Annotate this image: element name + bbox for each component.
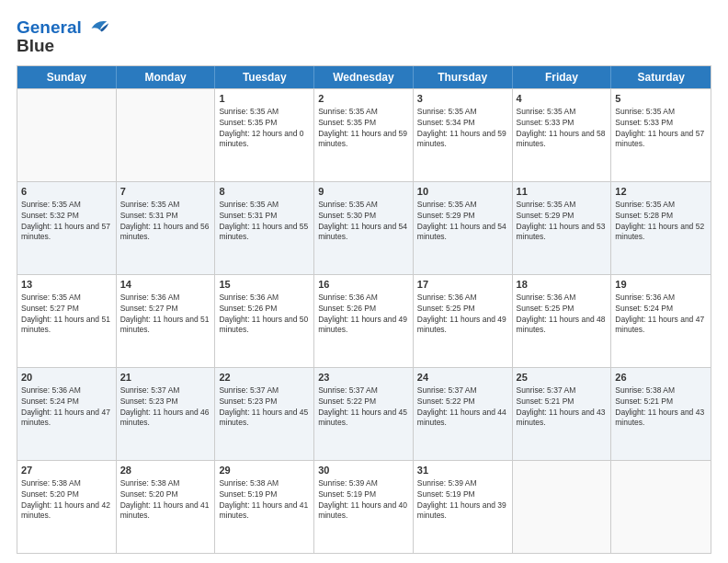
calendar-cell: 11Sunrise: 5:35 AMSunset: 5:29 PMDayligh… <box>513 182 612 274</box>
cell-info: Sunrise: 5:35 AMSunset: 5:30 PMDaylight:… <box>318 200 409 244</box>
calendar-cell: 10Sunrise: 5:35 AMSunset: 5:29 PMDayligh… <box>414 182 513 274</box>
day-number: 3 <box>417 92 508 106</box>
cell-info: Sunrise: 5:36 AMSunset: 5:24 PMDaylight:… <box>615 293 707 337</box>
cell-info: Sunrise: 5:36 AMSunset: 5:27 PMDaylight:… <box>120 293 211 337</box>
cell-info: Sunrise: 5:39 AMSunset: 5:19 PMDaylight:… <box>417 478 508 523</box>
calendar-cell: 18Sunrise: 5:36 AMSunset: 5:25 PMDayligh… <box>513 275 612 367</box>
day-number: 7 <box>120 185 211 199</box>
calendar-cell: 12Sunrise: 5:35 AMSunset: 5:28 PMDayligh… <box>611 182 711 274</box>
day-number: 17 <box>417 278 508 292</box>
cell-info: Sunrise: 5:35 AMSunset: 5:29 PMDaylight:… <box>417 200 508 244</box>
cell-info: Sunrise: 5:38 AMSunset: 5:19 PMDaylight:… <box>219 478 310 523</box>
cell-info: Sunrise: 5:35 AMSunset: 5:35 PMDaylight:… <box>318 107 409 151</box>
calendar-cell: 8Sunrise: 5:35 AMSunset: 5:31 PMDaylight… <box>215 182 314 274</box>
calendar-cell <box>17 89 117 181</box>
day-number: 20 <box>21 371 112 385</box>
calendar-header-tuesday: Tuesday <box>215 66 314 88</box>
day-number: 31 <box>417 464 508 477</box>
calendar-cell: 16Sunrise: 5:36 AMSunset: 5:26 PMDayligh… <box>314 275 414 367</box>
calendar-cell: 28Sunrise: 5:38 AMSunset: 5:20 PMDayligh… <box>117 461 216 553</box>
calendar-week-4: 20Sunrise: 5:36 AMSunset: 5:24 PMDayligh… <box>17 367 711 460</box>
calendar-cell: 3Sunrise: 5:35 AMSunset: 5:34 PMDaylight… <box>414 89 513 181</box>
day-number: 14 <box>120 278 211 292</box>
calendar-week-5: 27Sunrise: 5:38 AMSunset: 5:20 PMDayligh… <box>17 460 711 553</box>
day-number: 26 <box>615 371 707 385</box>
day-number: 19 <box>615 278 707 292</box>
day-number: 18 <box>517 278 608 292</box>
calendar: SundayMondayTuesdayWednesdayThursdayFrid… <box>17 65 711 554</box>
day-number: 2 <box>318 92 409 106</box>
day-number: 27 <box>21 464 112 477</box>
calendar-cell: 23Sunrise: 5:37 AMSunset: 5:22 PMDayligh… <box>314 368 414 460</box>
cell-info: Sunrise: 5:35 AMSunset: 5:31 PMDaylight:… <box>219 200 310 244</box>
cell-info: Sunrise: 5:38 AMSunset: 5:21 PMDaylight:… <box>615 385 707 430</box>
cell-info: Sunrise: 5:38 AMSunset: 5:20 PMDaylight:… <box>21 478 112 523</box>
cell-info: Sunrise: 5:35 AMSunset: 5:27 PMDaylight:… <box>21 293 112 337</box>
calendar-cell: 14Sunrise: 5:36 AMSunset: 5:27 PMDayligh… <box>117 275 216 367</box>
cell-info: Sunrise: 5:36 AMSunset: 5:25 PMDaylight:… <box>517 293 608 337</box>
calendar-cell: 6Sunrise: 5:35 AMSunset: 5:32 PMDaylight… <box>17 182 117 274</box>
calendar-cell: 25Sunrise: 5:37 AMSunset: 5:21 PMDayligh… <box>513 368 612 460</box>
cell-info: Sunrise: 5:36 AMSunset: 5:25 PMDaylight:… <box>417 293 508 337</box>
calendar-cell: 4Sunrise: 5:35 AMSunset: 5:33 PMDaylight… <box>513 89 612 181</box>
day-number: 6 <box>21 185 112 199</box>
calendar-header: SundayMondayTuesdayWednesdayThursdayFrid… <box>17 66 711 88</box>
calendar-cell: 7Sunrise: 5:35 AMSunset: 5:31 PMDaylight… <box>117 182 216 274</box>
cell-info: Sunrise: 5:35 AMSunset: 5:33 PMDaylight:… <box>615 107 707 151</box>
calendar-header-sunday: Sunday <box>17 66 117 88</box>
calendar-cell: 30Sunrise: 5:39 AMSunset: 5:19 PMDayligh… <box>314 461 414 553</box>
day-number: 21 <box>120 371 211 385</box>
day-number: 24 <box>417 371 508 385</box>
day-number: 25 <box>517 371 608 385</box>
day-number: 1 <box>219 92 310 106</box>
calendar-header-thursday: Thursday <box>414 66 513 88</box>
cell-info: Sunrise: 5:38 AMSunset: 5:20 PMDaylight:… <box>120 478 211 523</box>
calendar-cell: 29Sunrise: 5:38 AMSunset: 5:19 PMDayligh… <box>215 461 314 553</box>
calendar-cell: 31Sunrise: 5:39 AMSunset: 5:19 PMDayligh… <box>414 461 513 553</box>
calendar-cell: 15Sunrise: 5:36 AMSunset: 5:26 PMDayligh… <box>215 275 314 367</box>
cell-info: Sunrise: 5:36 AMSunset: 5:24 PMDaylight:… <box>21 385 112 430</box>
day-number: 12 <box>615 185 707 199</box>
cell-info: Sunrise: 5:35 AMSunset: 5:32 PMDaylight:… <box>21 200 112 244</box>
calendar-cell: 2Sunrise: 5:35 AMSunset: 5:35 PMDaylight… <box>314 89 414 181</box>
logo-general: General <box>17 18 82 38</box>
calendar-cell <box>513 461 612 553</box>
day-number: 29 <box>219 464 310 477</box>
calendar-cell: 13Sunrise: 5:35 AMSunset: 5:27 PMDayligh… <box>17 275 117 367</box>
cell-info: Sunrise: 5:35 AMSunset: 5:34 PMDaylight:… <box>417 107 508 151</box>
calendar-cell: 22Sunrise: 5:37 AMSunset: 5:23 PMDayligh… <box>215 368 314 460</box>
day-number: 16 <box>318 278 409 292</box>
day-number: 22 <box>219 371 310 385</box>
cell-info: Sunrise: 5:35 AMSunset: 5:35 PMDaylight:… <box>219 107 310 151</box>
calendar-week-2: 6Sunrise: 5:35 AMSunset: 5:32 PMDaylight… <box>17 181 711 274</box>
day-number: 4 <box>517 92 608 106</box>
logo-bird-icon <box>85 13 110 39</box>
cell-info: Sunrise: 5:37 AMSunset: 5:23 PMDaylight:… <box>120 385 211 430</box>
page: General Blue SundayMondayTuesdayWednesda… <box>0 0 728 563</box>
calendar-header-friday: Friday <box>513 66 612 88</box>
calendar-header-saturday: Saturday <box>611 66 711 88</box>
calendar-body: 1Sunrise: 5:35 AMSunset: 5:35 PMDaylight… <box>17 88 711 553</box>
calendar-cell <box>117 89 216 181</box>
cell-info: Sunrise: 5:35 AMSunset: 5:28 PMDaylight:… <box>615 200 707 244</box>
calendar-cell: 9Sunrise: 5:35 AMSunset: 5:30 PMDaylight… <box>314 182 414 274</box>
calendar-cell: 17Sunrise: 5:36 AMSunset: 5:25 PMDayligh… <box>414 275 513 367</box>
day-number: 30 <box>318 464 409 477</box>
day-number: 23 <box>318 371 409 385</box>
day-number: 8 <box>219 185 310 199</box>
day-number: 9 <box>318 185 409 199</box>
header: General Blue <box>17 17 711 56</box>
cell-info: Sunrise: 5:35 AMSunset: 5:29 PMDaylight:… <box>517 200 608 244</box>
calendar-header-wednesday: Wednesday <box>314 66 414 88</box>
calendar-cell: 20Sunrise: 5:36 AMSunset: 5:24 PMDayligh… <box>17 368 117 460</box>
cell-info: Sunrise: 5:35 AMSunset: 5:33 PMDaylight:… <box>517 107 608 151</box>
calendar-cell: 21Sunrise: 5:37 AMSunset: 5:23 PMDayligh… <box>117 368 216 460</box>
calendar-cell: 5Sunrise: 5:35 AMSunset: 5:33 PMDaylight… <box>611 89 711 181</box>
calendar-week-1: 1Sunrise: 5:35 AMSunset: 5:35 PMDaylight… <box>17 88 711 181</box>
cell-info: Sunrise: 5:39 AMSunset: 5:19 PMDaylight:… <box>318 478 409 523</box>
cell-info: Sunrise: 5:37 AMSunset: 5:22 PMDaylight:… <box>417 385 508 430</box>
calendar-cell: 26Sunrise: 5:38 AMSunset: 5:21 PMDayligh… <box>611 368 711 460</box>
cell-info: Sunrise: 5:37 AMSunset: 5:22 PMDaylight:… <box>318 385 409 430</box>
calendar-cell <box>611 461 711 553</box>
calendar-week-3: 13Sunrise: 5:35 AMSunset: 5:27 PMDayligh… <box>17 274 711 367</box>
